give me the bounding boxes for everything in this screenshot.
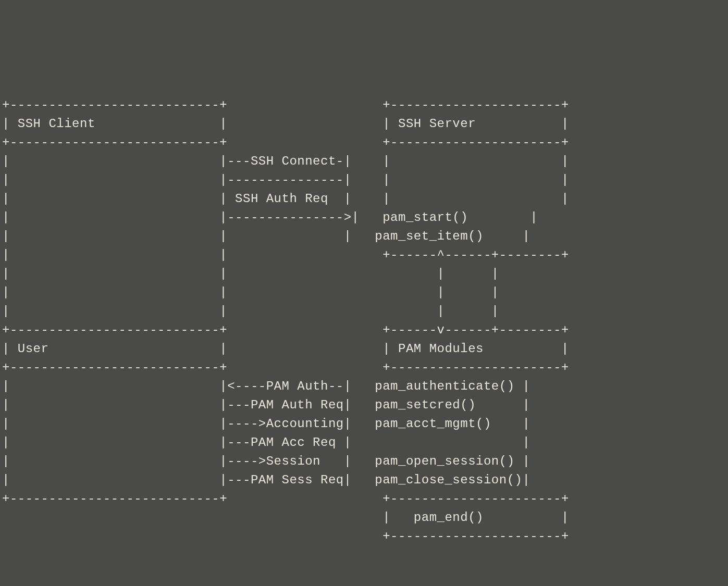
diagram-line: | |---SSH Connect-| | | — [2, 154, 569, 168]
diagram-line: +---------------------------+ +---------… — [2, 135, 569, 149]
diagram-line: | |---PAM Acc Req | | — [2, 435, 530, 450]
diagram-line: +----------------------+ — [2, 529, 569, 543]
diagram-line: | | +------^------+--------+ — [2, 248, 569, 262]
diagram-line: | |---->Session | pam_open_session() | — [2, 454, 530, 468]
diagram-line: | |---PAM Sess Req| pam_close_session()| — [2, 473, 530, 487]
ascii-sequence-diagram: +---------------------------+ +---------… — [2, 77, 726, 546]
diagram-line: | |--------------->| pam_start() | — [2, 210, 538, 225]
diagram-line: | | | | — [2, 304, 499, 318]
diagram-line: +---------------------------+ +---------… — [2, 492, 569, 506]
diagram-line: | |<----PAM Auth--| pam_authenticate() | — [2, 379, 530, 393]
diagram-line: | User | | PAM Modules | — [2, 342, 569, 356]
diagram-line: | |---PAM Auth Req| pam_setcred() | — [2, 398, 530, 412]
diagram-line: | | SSH Auth Req | | | — [2, 192, 569, 206]
diagram-line: | | | | — [2, 267, 499, 281]
diagram-line: +---------------------------+ +---------… — [2, 360, 569, 375]
diagram-line: | | | | — [2, 285, 499, 300]
diagram-line: +---------------------------+ +------v--… — [2, 323, 569, 337]
diagram-line: | SSH Client | | SSH Server | — [2, 117, 569, 131]
diagram-line: | |---->Accounting| pam_acct_mgmt() | — [2, 417, 530, 431]
diagram-line: | pam_end() | — [2, 510, 569, 525]
diagram-line: +---------------------------+ +---------… — [2, 98, 569, 112]
diagram-line: | |---------------| | | — [2, 173, 569, 187]
diagram-line: | | | pam_set_item() | — [2, 229, 530, 243]
